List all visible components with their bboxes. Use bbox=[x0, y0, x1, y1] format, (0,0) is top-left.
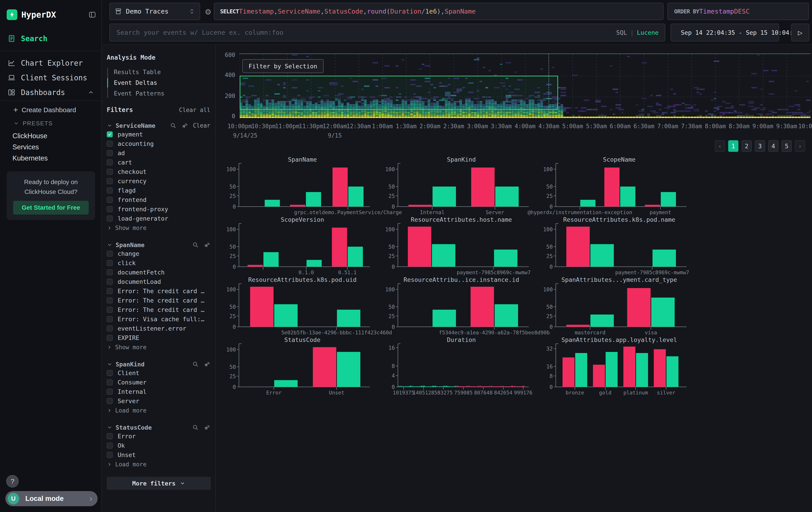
checkbox[interactable] bbox=[107, 178, 113, 184]
presets-toggle[interactable]: PRESETS bbox=[13, 118, 53, 129]
pin-icon[interactable] bbox=[204, 361, 210, 368]
filter-checkbox-checkout[interactable]: checkout bbox=[107, 167, 210, 176]
filter-checkbox-ad[interactable]: ad bbox=[107, 148, 210, 158]
search-icon[interactable] bbox=[192, 361, 199, 368]
more-filters-button[interactable]: More filters bbox=[107, 477, 211, 490]
filter-group-clear[interactable]: Clear bbox=[193, 122, 210, 129]
checkbox[interactable] bbox=[107, 452, 113, 458]
analysis-mode-option-event-deltas[interactable]: Event Deltas bbox=[114, 77, 210, 88]
filter-group-more[interactable]: Load more bbox=[107, 406, 210, 415]
filter-checkbox-consumer[interactable]: Consumer bbox=[107, 378, 210, 387]
analysis-mode-option-event-patterns[interactable]: Event Patterns bbox=[114, 88, 210, 99]
sidebar-item-client-sessions[interactable]: Client Sessions bbox=[0, 71, 102, 85]
time-range-picker[interactable]: Sep 14 22:04:35 - Sep 15 10:04:35 bbox=[671, 24, 779, 42]
source-select[interactable]: Demo Traces bbox=[109, 3, 200, 20]
checkbox[interactable] bbox=[107, 169, 113, 175]
get-started-button[interactable]: Get Started for Free bbox=[13, 201, 89, 215]
pin-icon[interactable] bbox=[204, 242, 210, 248]
search-icon[interactable] bbox=[170, 122, 177, 129]
pin-icon[interactable] bbox=[204, 424, 210, 431]
gear-icon[interactable]: ⚙ bbox=[201, 3, 215, 20]
filter-group-more[interactable]: Show more bbox=[107, 223, 210, 233]
pin-icon[interactable] bbox=[181, 122, 188, 129]
checkbox[interactable] bbox=[107, 187, 113, 193]
order-by-input[interactable]: ORDER BY Timestamp DESC bbox=[667, 3, 809, 20]
events-heatmap[interactable] bbox=[240, 53, 810, 117]
page-next-button[interactable]: › bbox=[795, 140, 805, 152]
checkbox[interactable] bbox=[107, 279, 113, 285]
filter-checkbox-unset[interactable]: Unset bbox=[107, 450, 210, 459]
filter-checkbox-change[interactable]: change bbox=[107, 249, 210, 258]
preset-services[interactable]: Services bbox=[12, 141, 39, 153]
page-button-4[interactable]: 4 bbox=[768, 140, 778, 152]
filter-checkbox-expire[interactable]: EXPIRE bbox=[107, 333, 210, 342]
checkbox[interactable] bbox=[107, 297, 113, 303]
filter-checkbox-client[interactable]: Client bbox=[107, 368, 210, 378]
lang-sql[interactable]: SQL bbox=[616, 29, 627, 36]
filter-checkbox-error-visa-cache-full-[interactable]: Error: Visa cache full: … bbox=[107, 314, 210, 324]
checkbox[interactable] bbox=[107, 159, 113, 165]
filter-group-header[interactable]: SpanKind bbox=[107, 360, 210, 368]
clear-all-link[interactable]: Clear all bbox=[179, 107, 210, 113]
filter-checkbox-error-the-credit-card-[interactable]: Error: The credit card (… bbox=[107, 296, 210, 305]
lang-lucene[interactable]: Lucene bbox=[637, 29, 659, 36]
local-mode-button[interactable]: U Local mode › bbox=[5, 491, 97, 506]
run-query-button[interactable]: ▷ bbox=[791, 24, 809, 42]
sidebar-collapse-icon[interactable] bbox=[88, 11, 96, 19]
sidebar-item-dashboards[interactable]: Dashboards bbox=[0, 85, 102, 99]
page-button-3[interactable]: 3 bbox=[755, 140, 765, 152]
filter-checkbox-currency[interactable]: currency bbox=[107, 176, 210, 186]
checkbox[interactable] bbox=[107, 141, 113, 147]
sidebar-item-chart-explorer[interactable]: Chart Explorer bbox=[0, 56, 102, 70]
checkbox[interactable] bbox=[107, 442, 113, 449]
checkbox[interactable] bbox=[107, 215, 113, 221]
language-toggle[interactable]: SQL|Lucene bbox=[616, 29, 659, 36]
filter-checkbox-flagd[interactable]: flagd bbox=[107, 186, 210, 195]
filter-group-header[interactable]: SpanName bbox=[107, 241, 210, 249]
filter-group-header[interactable]: StatusCode bbox=[107, 423, 210, 431]
filter-checkbox-documentfetch[interactable]: documentFetch bbox=[107, 268, 210, 277]
checkbox[interactable] bbox=[107, 370, 113, 376]
filter-checkbox-error-the-credit-card-[interactable]: Error: The credit card (… bbox=[107, 286, 210, 296]
checkbox[interactable] bbox=[107, 131, 113, 137]
page-button-2[interactable]: 2 bbox=[742, 140, 752, 152]
sql-select-input[interactable]: SELECT Timestamp, ServiceName, StatusCod… bbox=[214, 3, 664, 20]
checkbox[interactable] bbox=[107, 197, 113, 203]
checkbox[interactable] bbox=[107, 269, 113, 275]
search-input[interactable] bbox=[116, 28, 612, 36]
filter-checkbox-accounting[interactable]: accounting bbox=[107, 139, 210, 148]
filter-checkbox-server[interactable]: Server bbox=[107, 396, 210, 406]
page-button-5[interactable]: 5 bbox=[782, 140, 792, 152]
filter-checkbox-error[interactable]: Error bbox=[107, 431, 210, 441]
checkbox[interactable] bbox=[107, 260, 113, 266]
filter-checkbox-error-the-credit-card-[interactable]: Error: The credit card (… bbox=[107, 305, 210, 314]
filter-checkbox-frontend-proxy[interactable]: frontend-proxy bbox=[107, 204, 210, 214]
checkbox[interactable] bbox=[107, 307, 113, 313]
page-prev-button[interactable]: ‹ bbox=[715, 140, 725, 152]
filter-checkbox-frontend[interactable]: frontend bbox=[107, 195, 210, 204]
filter-group-header[interactable]: ServiceNameClear bbox=[107, 122, 210, 130]
page-button-1[interactable]: 1 bbox=[728, 140, 738, 152]
checkbox[interactable] bbox=[107, 316, 113, 322]
filter-checkbox-eventlistener-error[interactable]: eventListener.error bbox=[107, 324, 210, 333]
checkbox[interactable] bbox=[107, 433, 113, 439]
filter-checkbox-click[interactable]: click bbox=[107, 258, 210, 268]
checkbox[interactable] bbox=[107, 335, 113, 341]
checkbox[interactable] bbox=[107, 325, 113, 331]
filter-checkbox-internal[interactable]: Internal bbox=[107, 387, 210, 396]
filter-checkbox-ok[interactable]: Ok bbox=[107, 441, 210, 450]
help-button[interactable]: ? bbox=[6, 475, 19, 487]
checkbox[interactable] bbox=[107, 389, 113, 395]
heatmap-canvas[interactable] bbox=[240, 54, 810, 118]
checkbox[interactable] bbox=[107, 379, 113, 385]
filter-by-selection-button[interactable]: Filter by Selection bbox=[242, 59, 323, 73]
analysis-mode-option-results-table[interactable]: Results Table bbox=[114, 66, 210, 77]
filter-group-more[interactable]: Show more bbox=[107, 342, 210, 352]
filter-checkbox-documentload[interactable]: documentLoad bbox=[107, 277, 210, 286]
checkbox[interactable] bbox=[107, 288, 113, 294]
create-dashboard-button[interactable]: + Create Dashboard bbox=[13, 104, 76, 116]
checkbox[interactable] bbox=[107, 398, 113, 404]
preset-clickhouse[interactable]: ClickHouse bbox=[12, 131, 47, 141]
search-icon[interactable] bbox=[192, 424, 199, 431]
checkbox[interactable] bbox=[107, 150, 113, 156]
